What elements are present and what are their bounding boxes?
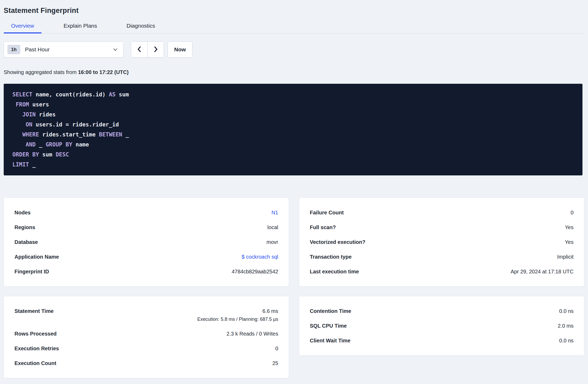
time-toolbar: 1h Past Hour (4, 41, 584, 58)
sql-keyword: DESC (56, 151, 69, 158)
sql-keyword: JOIN (22, 111, 36, 118)
sql-identifier: rides.start_time (39, 131, 99, 138)
sql-identifier (12, 101, 16, 108)
sql-line: SELECT name, count(rides.id) AS sum (12, 90, 576, 100)
sql-identifier: name, count(rides.id) (32, 91, 109, 98)
value-transaction-type: Implicit (557, 254, 574, 260)
row-label-vectorized-execution: Vectorized execution? (310, 239, 365, 245)
sql-keyword: SELECT (12, 91, 32, 98)
row-value-wrap: movr (267, 239, 278, 245)
next-time-button[interactable] (147, 42, 164, 57)
time-range-label: Past Hour (25, 46, 112, 53)
value-vectorized-execution: Yes (565, 239, 574, 245)
value-database: movr (267, 239, 278, 245)
sql-identifier (12, 111, 22, 118)
row-value-wrap: 25 (272, 360, 278, 366)
value-client-wait-time: 0.0 ns (559, 337, 574, 344)
sql-identifier: _ (29, 161, 36, 168)
row-label-application-name: Application Name (14, 254, 59, 260)
summary-prefix: Showing aggregated stats from (4, 69, 78, 75)
row-value-wrap: 2.3 k Reads / 0 Writes (227, 331, 278, 337)
top-cards-row: NodesN1RegionslocalDatabasemovrApplicati… (4, 198, 584, 287)
row-value-wrap: 0 (275, 345, 278, 352)
sql-identifier: sum (39, 151, 56, 158)
aggregated-stats-summary: Showing aggregated stats from 16:00 to 1… (4, 69, 584, 75)
card-row-client-wait-time: Client Wait Time0.0 ns (310, 337, 574, 344)
sql-keyword: ON (26, 121, 32, 128)
row-value-wrap: 0.0 ns (559, 308, 574, 314)
tab-explain-plans[interactable]: Explain Plans (56, 23, 104, 33)
row-value-wrap: 0.0 ns (559, 337, 574, 344)
link-application-name[interactable]: $ cockroach sql (242, 254, 278, 260)
row-value-wrap: 2.0 ms (558, 323, 574, 329)
card-row-execution-retries: Execution Retries0 (14, 345, 278, 352)
summary-time-range: 16:00 to 17:22 (UTC) (78, 69, 128, 75)
sql-keyword: AS (109, 91, 116, 98)
card-row-regions: Regionslocal (14, 224, 278, 230)
bottom-cards-row: Statement Time6.6 msExecution: 5.8 ms / … (4, 296, 584, 378)
value-sql-cpu-time: 2.0 ms (558, 323, 574, 329)
page-title: Statement Fingerprint (4, 5, 584, 16)
row-value-wrap: Implicit (557, 254, 574, 260)
sql-identifier: rides (36, 111, 56, 118)
row-label-database: Database (14, 239, 38, 245)
sql-keyword: ORDER BY (12, 151, 39, 158)
subvalue-statement-time: Execution: 5.8 ms / Planning: 687.5 µs (197, 316, 278, 322)
value-full-scan: Yes (565, 224, 574, 230)
sql-identifier: users.id = rides.rider_id (32, 121, 119, 128)
statement-fingerprint-page: Statement Fingerprint Overview Explain P… (0, 0, 588, 384)
chevron-down-icon (112, 47, 118, 52)
card-row-database: Databasemovr (14, 239, 278, 245)
row-label-execution-retries: Execution Retries (14, 345, 59, 352)
sql-identifier (12, 141, 26, 148)
row-value-wrap: Apr 29, 2024 at 17:18 UTC (511, 268, 574, 275)
time-nav-buttons (131, 41, 164, 58)
execution-attributes-card: Failure Count0Full scan?YesVectorized ex… (299, 198, 584, 287)
link-nodes[interactable]: N1 (271, 209, 278, 216)
now-button[interactable]: Now (168, 41, 192, 58)
value-fingerprint-id: 4784cb829aab2542 (232, 268, 278, 275)
card-row-vectorized-execution: Vectorized execution?Yes (310, 239, 574, 245)
sql-keyword: AND (26, 141, 36, 148)
row-label-client-wait-time: Client Wait Time (310, 337, 350, 344)
sql-line: AND _ GROUP BY name (12, 140, 576, 150)
row-value-wrap: 6.6 msExecution: 5.8 ms / Planning: 687.… (197, 308, 278, 322)
row-label-failure-count: Failure Count (310, 209, 344, 216)
sql-line: FROM users (12, 100, 576, 110)
card-row-statement-time: Statement Time6.6 msExecution: 5.8 ms / … (14, 308, 278, 322)
row-label-execution-count: Execution Count (14, 360, 56, 366)
sql-identifier: sum (116, 91, 129, 98)
time-range-dropdown[interactable]: 1h Past Hour (4, 41, 124, 58)
sql-identifier (12, 121, 26, 128)
value-execution-count: 25 (272, 360, 278, 366)
chevron-right-icon (153, 46, 159, 53)
previous-time-button[interactable] (131, 42, 147, 57)
sql-keyword: BETWEEN (99, 131, 122, 138)
value-contention-time: 0.0 ns (559, 308, 574, 314)
sql-line: ORDER BY sum DESC (12, 150, 576, 160)
row-value-wrap: $ cockroach sql (242, 254, 278, 260)
row-label-fingerprint-id: Fingerprint ID (14, 268, 49, 275)
tab-overview[interactable]: Overview (4, 23, 42, 33)
row-label-last-execution-time: Last execution time (310, 268, 359, 275)
sql-keyword: LIMIT (12, 161, 29, 168)
tab-bar: Overview Explain Plans Diagnostics (4, 23, 584, 33)
sql-keyword: WHERE (22, 131, 39, 138)
sql-line: LIMIT _ (12, 160, 576, 170)
sql-line: JOIN rides (12, 110, 576, 120)
card-row-transaction-type: Transaction typeImplicit (310, 254, 574, 260)
row-label-full-scan: Full scan? (310, 224, 336, 230)
value-rows-processed: 2.3 k Reads / 0 Writes (227, 331, 278, 337)
tab-diagnostics[interactable]: Diagnostics (119, 23, 163, 33)
sql-identifier: name (72, 141, 89, 148)
card-row-contention-time: Contention Time0.0 ns (310, 308, 574, 314)
row-label-contention-time: Contention Time (310, 308, 351, 314)
row-value-wrap: 0 (571, 209, 574, 216)
card-row-application-name: Application Name$ cockroach sql (14, 254, 278, 260)
card-row-failure-count: Failure Count0 (310, 209, 574, 216)
card-row-nodes: NodesN1 (14, 209, 278, 216)
card-row-fingerprint-id: Fingerprint ID4784cb829aab2542 (14, 268, 278, 275)
card-row-execution-count: Execution Count25 (14, 360, 278, 366)
sql-identifier: users (29, 101, 49, 108)
value-execution-retries: 0 (275, 345, 278, 352)
